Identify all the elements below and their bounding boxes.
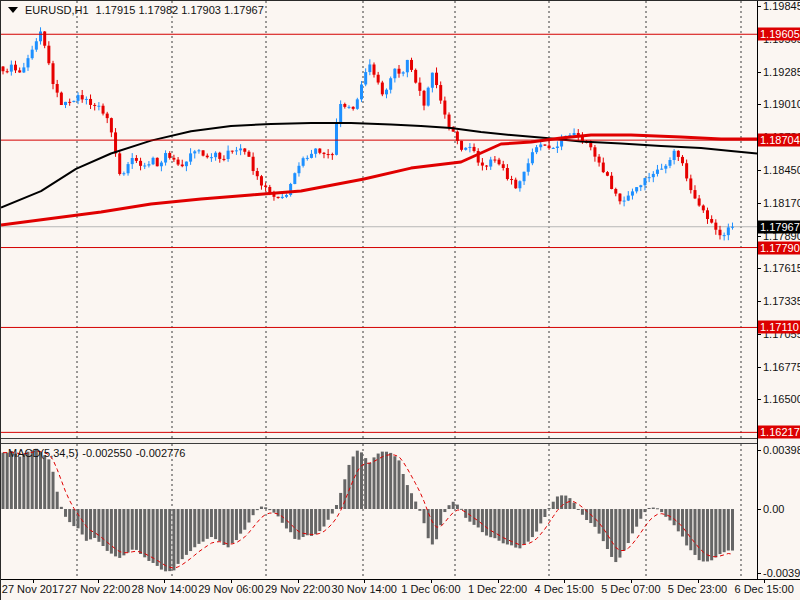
candle-up xyxy=(235,150,238,151)
macd-bar xyxy=(460,509,463,510)
macd-bar xyxy=(227,509,230,547)
candle-down xyxy=(377,75,380,83)
macd-bar xyxy=(122,509,125,555)
macd-bar xyxy=(381,452,384,509)
macd-bar xyxy=(10,451,13,509)
price-axis-label: 1.18450 xyxy=(763,164,800,176)
candle-up xyxy=(39,31,42,41)
macd-bar xyxy=(139,509,142,554)
macd-bar xyxy=(673,509,676,525)
price-axis-tick xyxy=(757,72,761,73)
macd-bar xyxy=(289,509,292,532)
candle-down xyxy=(443,101,446,115)
macd-bar xyxy=(285,509,288,528)
candle-down xyxy=(602,163,605,173)
candle-down xyxy=(252,157,255,171)
price-axis-label: 1.16500 xyxy=(763,393,800,405)
macd-histogram xyxy=(2,449,735,571)
candle-up xyxy=(673,151,676,160)
candle-up xyxy=(356,99,359,109)
symbol-dropdown-icon[interactable] xyxy=(8,7,18,13)
candle-up xyxy=(147,164,150,165)
candle-up xyxy=(214,153,217,157)
macd-bar xyxy=(68,509,71,522)
candle-up xyxy=(306,158,309,159)
candle-down xyxy=(256,171,259,176)
candle-up xyxy=(193,151,196,153)
macd-bar xyxy=(535,509,538,532)
macd-bar xyxy=(668,509,671,520)
price-axis-tick xyxy=(757,334,761,335)
candle-up xyxy=(31,50,34,59)
candle-up xyxy=(389,78,392,89)
candle-down xyxy=(502,164,505,168)
macd-indicator-label: MACD(5,34,5)-0.002550-0.002776 xyxy=(8,447,189,459)
candle-up xyxy=(656,170,659,174)
macd-bar xyxy=(314,509,317,534)
time-axis-label: 27 Nov 2017 xyxy=(2,583,64,595)
macd-axis-tick xyxy=(757,509,761,510)
macd-bar xyxy=(102,509,105,546)
candle-down xyxy=(52,63,55,84)
candle-up xyxy=(143,165,146,166)
macd-bar xyxy=(6,453,9,509)
macd-bar xyxy=(418,509,421,511)
macd-bar xyxy=(231,509,234,543)
macd-bar xyxy=(652,508,655,509)
macd-bar xyxy=(414,502,417,509)
candle-up xyxy=(627,196,630,201)
macd-bar xyxy=(56,492,59,509)
price-axis[interactable]: 1.198451.195651.192851.190101.187301.184… xyxy=(757,1,800,579)
candle-down xyxy=(2,67,5,72)
macd-bar xyxy=(614,509,617,562)
candle-down xyxy=(614,189,617,194)
price-axis-label: 1.19010 xyxy=(763,98,800,110)
candle-up xyxy=(723,235,726,236)
macd-bar xyxy=(543,509,546,517)
main-price-chart[interactable] xyxy=(1,1,757,438)
candle-down xyxy=(56,84,59,93)
candle-down xyxy=(543,144,546,145)
candle-down xyxy=(114,132,117,153)
macd-bar xyxy=(402,474,405,509)
macd-bar xyxy=(398,460,401,509)
time-axis-label: 27 Nov 22:00 xyxy=(65,583,130,595)
candle-up xyxy=(668,160,671,166)
price-axis-tick xyxy=(757,367,761,368)
candle-down xyxy=(456,132,459,141)
candle-up xyxy=(639,185,642,187)
candle-down xyxy=(681,157,684,163)
candle-up xyxy=(35,41,38,49)
candle-up xyxy=(197,150,200,151)
macd-bar xyxy=(581,509,584,515)
macd-bar xyxy=(498,509,501,541)
macd-indicator-panel[interactable] xyxy=(1,444,757,579)
candle-up xyxy=(518,181,521,188)
candle-up xyxy=(152,158,155,164)
macd-bar xyxy=(31,450,34,509)
macd-bar xyxy=(481,509,484,532)
macd-bar xyxy=(339,493,342,509)
macd-bar xyxy=(197,509,200,544)
macd-bar xyxy=(293,509,296,539)
time-axis-label: 30 Nov 14:00 xyxy=(332,583,397,595)
macd-bar xyxy=(368,463,371,509)
candle-down xyxy=(106,114,109,119)
macd-bar xyxy=(710,509,713,560)
macd-bar xyxy=(260,507,263,509)
candle-down xyxy=(172,158,175,160)
macd-bar xyxy=(256,509,259,510)
macd-bar xyxy=(623,509,626,551)
candle-up xyxy=(335,123,338,155)
candle-down xyxy=(714,223,717,230)
macd-bar xyxy=(656,508,659,509)
time-axis[interactable]: 27 Nov 201727 Nov 22:0028 Nov 14:0029 No… xyxy=(1,579,800,600)
macd-bar xyxy=(631,509,634,533)
macd-bar xyxy=(127,509,130,553)
candle-up xyxy=(539,144,542,147)
macd-bar xyxy=(539,509,542,523)
candle-down xyxy=(93,105,96,106)
candle-up xyxy=(27,58,30,67)
macd-bar xyxy=(510,509,513,545)
macd-bar xyxy=(431,509,434,544)
